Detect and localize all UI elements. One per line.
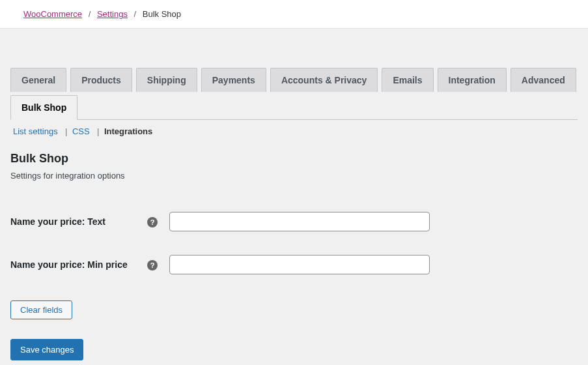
tab-emails[interactable]: Emails (382, 68, 433, 92)
sub-tabs: List settings | CSS | Integrations (10, 120, 578, 139)
subtab-integrations: Integrations (104, 126, 152, 136)
field-label: Name your price: Text (10, 200, 147, 243)
save-changes-button[interactable]: Save changes (10, 339, 83, 360)
subtab-separator: | (65, 126, 67, 136)
section-title: Bulk Shop (10, 152, 578, 166)
breadcrumb-current: Bulk Shop (143, 9, 181, 19)
help-icon[interactable]: ? (147, 260, 158, 270)
tab-bulk-shop[interactable]: Bulk Shop (10, 95, 77, 120)
subtab-separator: | (97, 126, 99, 136)
field-label: Name your price: Min price (10, 243, 147, 286)
tab-integration[interactable]: Integration (438, 68, 507, 92)
breadcrumb-link-settings[interactable]: Settings (97, 9, 128, 19)
breadcrumb-separator: / (89, 9, 91, 19)
tab-accounts-privacy[interactable]: Accounts & Privacy (270, 68, 378, 92)
clear-fields-button[interactable]: Clear fields (10, 300, 72, 319)
tab-general[interactable]: General (10, 68, 66, 92)
subtab-css[interactable]: CSS (72, 126, 90, 136)
field-row-nyp-min-price: Name your price: Min price ? (10, 243, 578, 286)
tab-shipping[interactable]: Shipping (136, 68, 197, 92)
breadcrumb-link-woocommerce[interactable]: WooCommerce (23, 9, 82, 19)
tab-payments[interactable]: Payments (201, 68, 266, 92)
subtab-list-settings[interactable]: List settings (13, 126, 58, 136)
spacer (0, 29, 588, 68)
nyp-text-input[interactable] (169, 212, 430, 231)
section-description: Settings for integration options (10, 171, 578, 181)
tab-products[interactable]: Products (70, 68, 132, 92)
field-row-nyp-text: Name your price: Text ? (10, 200, 578, 243)
settings-tabs: General Products Shipping Payments Accou… (10, 68, 578, 120)
breadcrumb: WooCommerce / Settings / Bulk Shop (0, 0, 588, 29)
tab-advanced[interactable]: Advanced (511, 68, 576, 92)
breadcrumb-separator: / (134, 9, 137, 19)
help-icon[interactable]: ? (147, 217, 158, 227)
settings-form: Name your price: Text ? Name your price:… (10, 200, 578, 286)
nyp-min-price-input[interactable] (169, 255, 430, 274)
